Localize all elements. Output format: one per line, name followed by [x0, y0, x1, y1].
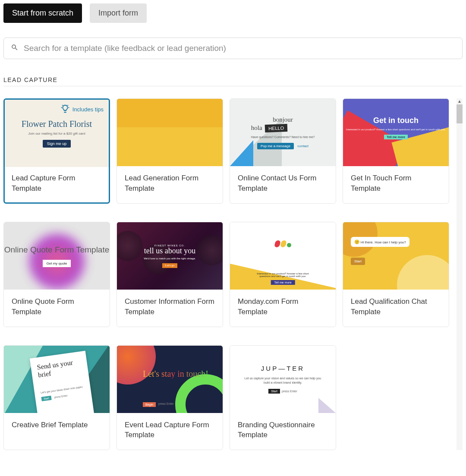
preview-hint: press Enter	[158, 402, 174, 407]
template-preview: Online Quote Form Template Get my quote	[4, 222, 110, 290]
preview-link: contact	[297, 144, 309, 148]
template-card-get-in-touch[interactable]: Get in touch Interested in our product? …	[343, 98, 449, 204]
template-title: Lead Qualification Chat Template	[343, 290, 449, 327]
template-scroll-region: Includes tips Flower Patch Florist Join …	[3, 98, 463, 450]
preview-button: Pop me a message	[257, 143, 294, 149]
template-card-lead-generation[interactable]: Lead Generation Form Template	[116, 98, 223, 204]
preview-hint: press Enter	[282, 389, 297, 394]
preview-heading: Flower Patch Florist	[22, 119, 92, 129]
preview-button: Sign me up	[43, 140, 71, 148]
template-card-online-quote[interactable]: Online Quote Form Template Get my quote …	[3, 222, 110, 327]
template-title: Monday.com Form Template	[230, 290, 336, 327]
toolbar: Start from scratch Import form	[3, 3, 463, 23]
template-preview: Get in touch Interested in our product? …	[343, 99, 449, 166]
scrollbar[interactable]: ▲	[457, 98, 463, 450]
template-preview: Let's stay in touch! Begin press Enter	[117, 346, 223, 413]
scrollbar-thumb[interactable]	[457, 104, 463, 123]
start-from-scratch-button[interactable]: Start from scratch	[3, 3, 82, 23]
template-preview	[117, 99, 223, 166]
template-title: Lead Capture Form Template	[5, 167, 109, 202]
template-title: Branding Questionnaire Template	[230, 413, 336, 450]
preview-button: Start	[41, 396, 52, 401]
lightbulb-icon	[60, 104, 70, 115]
template-title: Online Quote Form Template	[4, 290, 110, 327]
preview-heading: Let's stay in touch!	[143, 369, 208, 378]
preview-button: Let's go	[162, 263, 177, 268]
preview-button: Tell me more	[271, 280, 295, 285]
preview-button: Tell me more	[384, 135, 408, 139]
preview-hint: press Enter	[54, 394, 68, 398]
template-card-creative-brief[interactable]: Send us your brief Let's get your ideas …	[3, 345, 110, 451]
template-grid: Includes tips Flower Patch Florist Join …	[3, 98, 454, 450]
template-preview: Send us your brief Let's get your ideas …	[4, 346, 110, 413]
template-card-branding-questionnaire[interactable]: JUP—TER Let us capture your vision and v…	[230, 345, 336, 451]
template-card-monday[interactable]: Interested in our product? Answer a few …	[230, 222, 336, 327]
import-form-button[interactable]: Import form	[90, 3, 147, 23]
template-title: Creative Brief Template	[4, 413, 110, 448]
template-preview: FINEST WINES CO. tell us about you We'd …	[117, 222, 223, 290]
preview-bubble: Hi there. How can I help you?	[351, 237, 409, 247]
template-card-contact-us[interactable]: bonjour hola HELLO Have questions? Comme…	[230, 98, 336, 204]
preview-heading: Get in touch	[373, 116, 419, 125]
preview-heading: tell us about you	[144, 247, 195, 255]
preview-text: HELLO	[264, 124, 287, 132]
template-card-lead-capture[interactable]: Includes tips Flower Patch Florist Join …	[3, 98, 110, 204]
preview-button: Start	[268, 389, 280, 394]
monday-logo-icon	[275, 240, 291, 247]
template-preview: Includes tips Flower Patch Florist Join …	[5, 100, 109, 167]
preview-heading: Online Quote Form Template	[4, 245, 110, 255]
preview-heading: Send us your brief	[37, 357, 82, 378]
section-title: LEAD CAPTURE	[3, 76, 463, 86]
search-icon	[11, 44, 19, 53]
preview-subtext: We'd love to match you with the right vi…	[144, 257, 195, 260]
preview-button: Get my quote	[43, 260, 70, 267]
template-title: Lead Generation Form Template	[117, 166, 223, 203]
preview-button: Begin	[143, 402, 156, 407]
preview-button: Start	[351, 258, 365, 265]
template-preview: JUP—TER Let us capture your vision and v…	[230, 346, 336, 413]
template-card-customer-info[interactable]: FINEST WINES CO. tell us about you We'd …	[116, 222, 223, 327]
template-preview: Hi there. How can I help you? Start	[343, 222, 449, 290]
search-input[interactable]	[23, 43, 455, 54]
template-preview: bonjour hola HELLO Have questions? Comme…	[230, 99, 336, 166]
template-title: Online Contact Us Form Template	[230, 166, 336, 203]
tips-badge-label: Includes tips	[72, 106, 104, 113]
preview-subtext: Have questions? Comments? Need to hire m…	[251, 136, 315, 139]
preview-subtext: Let's get your ideas down onto paper.	[41, 385, 85, 394]
preview-subtext: Join our mailing list for a $20 gift car…	[28, 132, 85, 136]
template-title: Event Lead Capture Form Template	[117, 413, 223, 450]
preview-subtext: Let us capture your vision and values so…	[244, 376, 322, 385]
preview-text: bonjour	[251, 116, 315, 123]
template-card-lead-qualification-chat[interactable]: Hi there. How can I help you? Start Lead…	[343, 222, 449, 327]
search-bar[interactable]	[3, 38, 463, 59]
template-title: Get In Touch Form Template	[343, 166, 449, 203]
template-preview: Interested in our product? Answer a few …	[230, 222, 336, 290]
preview-subtext: Interested in our product? Answer a few …	[256, 272, 309, 277]
preview-heading: JUP—TER	[261, 365, 305, 372]
preview-subtext: Interested in our product? Answer a few …	[343, 128, 449, 131]
includes-tips-badge: Includes tips	[60, 104, 104, 115]
template-card-event-lead-capture[interactable]: Let's stay in touch! Begin press Enter E…	[116, 345, 223, 451]
template-title: Customer Information Form Template	[117, 290, 223, 327]
preview-text: hola	[251, 124, 262, 132]
scroll-up-icon[interactable]: ▲	[457, 98, 463, 104]
